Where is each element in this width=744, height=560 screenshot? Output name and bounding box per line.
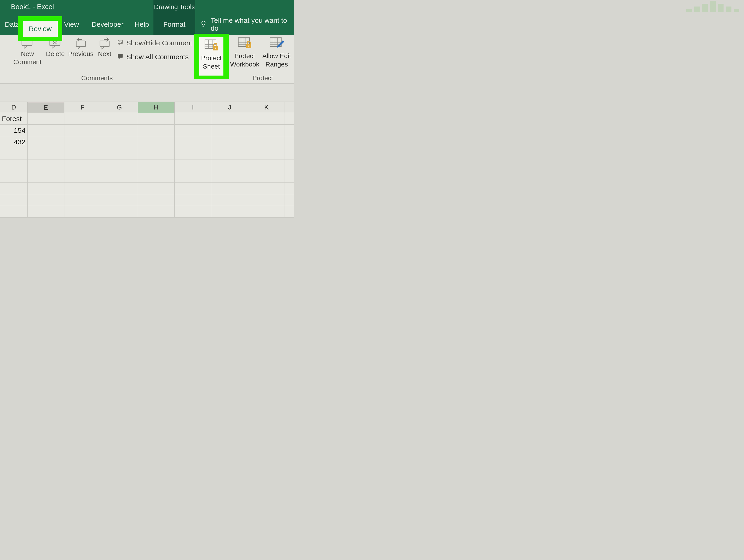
- cell-D9[interactable]: [0, 206, 28, 218]
- cell-K7[interactable]: [248, 183, 285, 194]
- cell-K2[interactable]: [248, 124, 285, 136]
- column-header-D[interactable]: D: [0, 102, 28, 113]
- cell-E5[interactable]: [28, 159, 64, 171]
- next-comment-button[interactable]: Next: [95, 37, 114, 58]
- cell-F3[interactable]: [64, 136, 101, 148]
- tab-view[interactable]: View: [61, 14, 82, 35]
- new-comment-button[interactable]: New Comment: [11, 37, 44, 66]
- tab-developer[interactable]: Developer: [87, 14, 128, 35]
- cell-H8[interactable]: [138, 194, 175, 206]
- cell-J7[interactable]: [211, 183, 248, 194]
- cell-H1[interactable]: [138, 113, 175, 124]
- cell-G4[interactable]: [101, 148, 138, 159]
- cell-D3[interactable]: 432: [0, 136, 28, 148]
- cell-F8[interactable]: [64, 194, 101, 206]
- cell-G7[interactable]: [101, 183, 138, 194]
- previous-comment-button[interactable]: Previous: [67, 37, 94, 58]
- cell-J4[interactable]: [211, 148, 248, 159]
- cell-E4[interactable]: [28, 148, 64, 159]
- cell-J2[interactable]: [211, 124, 248, 136]
- cell-L6[interactable]: [285, 171, 294, 183]
- cell-L3[interactable]: [285, 136, 294, 148]
- cell-L2[interactable]: [285, 124, 294, 136]
- cell-F1[interactable]: [64, 113, 101, 124]
- column-header-I[interactable]: I: [175, 102, 211, 113]
- column-header-partial[interactable]: [285, 102, 294, 113]
- cell-E6[interactable]: [28, 171, 64, 183]
- cell-H7[interactable]: [138, 183, 175, 194]
- column-header-H[interactable]: H: [138, 102, 175, 113]
- cell-L7[interactable]: [285, 183, 294, 194]
- cell-L1[interactable]: [285, 113, 294, 124]
- cell-E9[interactable]: [28, 206, 64, 218]
- protect-sheet-button[interactable]: Protect Sheet: [199, 37, 223, 76]
- cell-G9[interactable]: [101, 206, 138, 218]
- column-header-K[interactable]: K: [248, 102, 285, 113]
- cell-J6[interactable]: [211, 171, 248, 183]
- cell-F5[interactable]: [64, 159, 101, 171]
- cell-J9[interactable]: [211, 206, 248, 218]
- cell-G8[interactable]: [101, 194, 138, 206]
- cell-F2[interactable]: [64, 124, 101, 136]
- column-header-G[interactable]: G: [101, 102, 138, 113]
- cell-E7[interactable]: [28, 183, 64, 194]
- cell-L9[interactable]: [285, 206, 294, 218]
- cell-L8[interactable]: [285, 194, 294, 206]
- cell-K4[interactable]: [248, 148, 285, 159]
- cell-F9[interactable]: [64, 206, 101, 218]
- cell-H2[interactable]: [138, 124, 175, 136]
- cell-J8[interactable]: [211, 194, 248, 206]
- column-header-F[interactable]: F: [64, 102, 101, 113]
- cell-H4[interactable]: [138, 148, 175, 159]
- cell-J1[interactable]: [211, 113, 248, 124]
- cell-G1[interactable]: [101, 113, 138, 124]
- column-header-E[interactable]: E: [28, 102, 64, 113]
- tab-format[interactable]: Format: [153, 14, 195, 35]
- cell-I1[interactable]: [175, 113, 211, 124]
- cell-D4[interactable]: [0, 148, 28, 159]
- cell-H6[interactable]: [138, 171, 175, 183]
- cell-H5[interactable]: [138, 159, 175, 171]
- show-hide-comment-button[interactable]: Show/Hide Comment: [117, 37, 192, 49]
- cell-I4[interactable]: [175, 148, 211, 159]
- cell-E3[interactable]: [28, 136, 64, 148]
- cell-K9[interactable]: [248, 206, 285, 218]
- column-header-J[interactable]: J: [211, 102, 248, 113]
- cell-G6[interactable]: [101, 171, 138, 183]
- cell-H3[interactable]: [138, 136, 175, 148]
- show-all-comments-button[interactable]: Show All Comments: [117, 51, 192, 63]
- cell-I9[interactable]: [175, 206, 211, 218]
- cell-D1[interactable]: Forest: [0, 113, 28, 124]
- cell-F4[interactable]: [64, 148, 101, 159]
- cell-D8[interactable]: [0, 194, 28, 206]
- cell-I2[interactable]: [175, 124, 211, 136]
- cell-I6[interactable]: [175, 171, 211, 183]
- cell-D7[interactable]: [0, 183, 28, 194]
- cell-D2[interactable]: 154: [0, 124, 28, 136]
- cell-K1[interactable]: [248, 113, 285, 124]
- cell-F6[interactable]: [64, 171, 101, 183]
- cell-I8[interactable]: [175, 194, 211, 206]
- cell-H9[interactable]: [138, 206, 175, 218]
- protect-workbook-button[interactable]: Protect Workbook: [228, 36, 262, 68]
- cell-E8[interactable]: [28, 194, 64, 206]
- cell-I3[interactable]: [175, 136, 211, 148]
- cell-F7[interactable]: [64, 183, 101, 194]
- cell-E2[interactable]: [28, 124, 64, 136]
- tab-review-active[interactable]: Review: [23, 21, 58, 37]
- cell-K8[interactable]: [248, 194, 285, 206]
- cell-K3[interactable]: [248, 136, 285, 148]
- cell-K6[interactable]: [248, 171, 285, 183]
- cell-D5[interactable]: [0, 159, 28, 171]
- cell-E1[interactable]: [28, 113, 64, 124]
- cell-J5[interactable]: [211, 159, 248, 171]
- cell-I5[interactable]: [175, 159, 211, 171]
- cell-L5[interactable]: [285, 159, 294, 171]
- cell-J3[interactable]: [211, 136, 248, 148]
- cell-I7[interactable]: [175, 183, 211, 194]
- allow-edit-ranges-button[interactable]: Allow Edit Ranges: [259, 36, 294, 68]
- cell-G5[interactable]: [101, 159, 138, 171]
- cell-D6[interactable]: [0, 171, 28, 183]
- cell-G3[interactable]: [101, 136, 138, 148]
- cell-G2[interactable]: [101, 124, 138, 136]
